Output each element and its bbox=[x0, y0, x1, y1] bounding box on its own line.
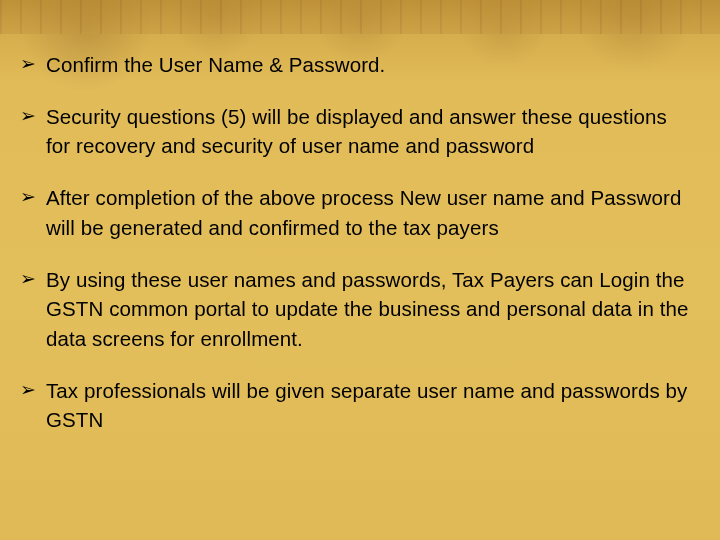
bullet-text: Security questions (5) will be displayed… bbox=[46, 105, 667, 158]
list-item: Confirm the User Name & Password. bbox=[20, 50, 690, 80]
list-item: By using these user names and passwords,… bbox=[20, 265, 690, 354]
list-item: Tax professionals will be given separate… bbox=[20, 376, 690, 435]
list-item: Security questions (5) will be displayed… bbox=[20, 102, 690, 161]
decorative-top-strip bbox=[0, 0, 720, 34]
list-item: After completion of the above process Ne… bbox=[20, 183, 690, 242]
bullet-text: After completion of the above process Ne… bbox=[46, 186, 681, 239]
bullet-list: Confirm the User Name & Password. Securi… bbox=[20, 50, 690, 435]
bullet-text: By using these user names and passwords,… bbox=[46, 268, 688, 350]
bullet-text: Confirm the User Name & Password. bbox=[46, 53, 385, 76]
bullet-text: Tax professionals will be given separate… bbox=[46, 379, 687, 432]
slide-content: Confirm the User Name & Password. Securi… bbox=[20, 50, 690, 457]
